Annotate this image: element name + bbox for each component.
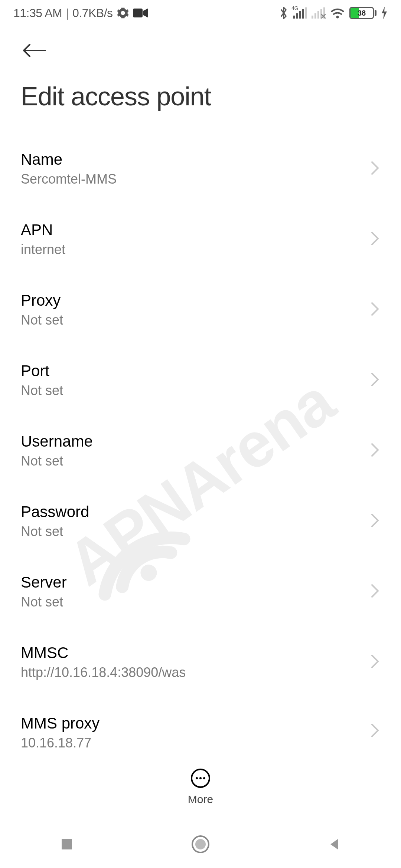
- setting-label: APN: [21, 221, 65, 239]
- setting-label: Proxy: [21, 292, 63, 309]
- chevron-right-icon: [370, 160, 380, 178]
- svg-rect-6: [305, 7, 307, 19]
- signal-4g-icon: 4G: [293, 7, 307, 19]
- status-right: 4G 38: [279, 6, 388, 20]
- status-time: 11:35 AM: [13, 6, 62, 20]
- svg-rect-5: [302, 9, 304, 19]
- nav-back-button[interactable]: [297, 837, 371, 852]
- svg-rect-7: [312, 16, 313, 19]
- camera-icon: [133, 8, 148, 18]
- svg-rect-9: [317, 11, 319, 19]
- setting-value: 10.16.18.77: [21, 735, 100, 748]
- chevron-right-icon: [370, 722, 380, 740]
- setting-item-proxy[interactable]: ProxyNot set: [21, 274, 380, 345]
- setting-label: MMSC: [21, 644, 186, 662]
- wifi-icon: [330, 7, 345, 19]
- status-separator: |: [66, 6, 69, 20]
- page-title: Edit access point: [21, 70, 380, 130]
- chevron-right-icon: [370, 442, 380, 460]
- chevron-right-icon: [370, 371, 380, 389]
- app-header: Edit access point: [0, 26, 401, 134]
- signal-secondary-icon: [312, 7, 326, 19]
- setting-label: Server: [21, 573, 67, 591]
- chevron-right-icon: [370, 512, 380, 530]
- status-left: 11:35 AM | 0.7KB/s: [13, 6, 148, 20]
- setting-item-server[interactable]: ServerNot set: [21, 556, 380, 627]
- chevron-right-icon: [370, 653, 380, 671]
- setting-value: http://10.16.18.4:38090/was: [21, 665, 186, 680]
- setting-item-mms-proxy[interactable]: MMS proxy10.16.18.77: [21, 697, 380, 765]
- svg-rect-17: [62, 839, 72, 849]
- setting-value: Sercomtel-MMS: [21, 171, 117, 187]
- svg-rect-1: [133, 9, 143, 17]
- setting-label: Name: [21, 151, 117, 168]
- svg-rect-8: [314, 13, 316, 19]
- status-bar: 11:35 AM | 0.7KB/s 4G 38: [0, 0, 401, 26]
- setting-value: Not set: [21, 312, 63, 328]
- setting-label: Port: [21, 362, 63, 380]
- setting-label: Username: [21, 433, 93, 450]
- setting-value: Not set: [21, 453, 93, 469]
- system-nav-bar: [0, 820, 401, 868]
- status-network-speed: 0.7KB/s: [72, 6, 113, 20]
- nav-home-button[interactable]: [163, 835, 238, 854]
- battery-indicator: 38: [349, 7, 376, 19]
- svg-point-15: [199, 777, 202, 779]
- svg-rect-4: [299, 11, 301, 19]
- svg-rect-2: [293, 16, 295, 19]
- settings-list: NameSercomtel-MMS APNinternet ProxyNot s…: [0, 134, 401, 765]
- more-button[interactable]: More: [0, 768, 401, 806]
- setting-value: Not set: [21, 524, 89, 539]
- chevron-right-icon: [370, 583, 380, 601]
- svg-point-19: [195, 839, 206, 849]
- chevron-right-icon: [370, 301, 380, 319]
- setting-item-username[interactable]: UsernameNot set: [21, 415, 380, 486]
- svg-point-16: [203, 777, 205, 779]
- more-icon: [190, 768, 211, 789]
- bluetooth-icon: [279, 6, 288, 20]
- setting-value: internet: [21, 242, 65, 257]
- svg-point-12: [336, 16, 339, 19]
- setting-label: MMS proxy: [21, 714, 100, 732]
- setting-label: Password: [21, 503, 89, 521]
- setting-value: Not set: [21, 594, 67, 610]
- setting-item-port[interactable]: PortNot set: [21, 345, 380, 415]
- setting-item-name[interactable]: NameSercomtel-MMS: [21, 134, 380, 204]
- back-button[interactable]: [21, 41, 380, 70]
- setting-item-mmsc[interactable]: MMSChttp://10.16.18.4:38090/was: [21, 627, 380, 697]
- chevron-right-icon: [370, 230, 380, 248]
- gear-icon: [117, 7, 129, 19]
- nav-recent-button[interactable]: [30, 837, 104, 852]
- setting-value: Not set: [21, 383, 63, 398]
- charging-icon: [381, 7, 388, 19]
- svg-point-14: [196, 777, 198, 779]
- more-label: More: [188, 793, 213, 806]
- setting-item-password[interactable]: PasswordNot set: [21, 486, 380, 556]
- setting-item-apn[interactable]: APNinternet: [21, 204, 380, 274]
- svg-rect-3: [296, 13, 298, 19]
